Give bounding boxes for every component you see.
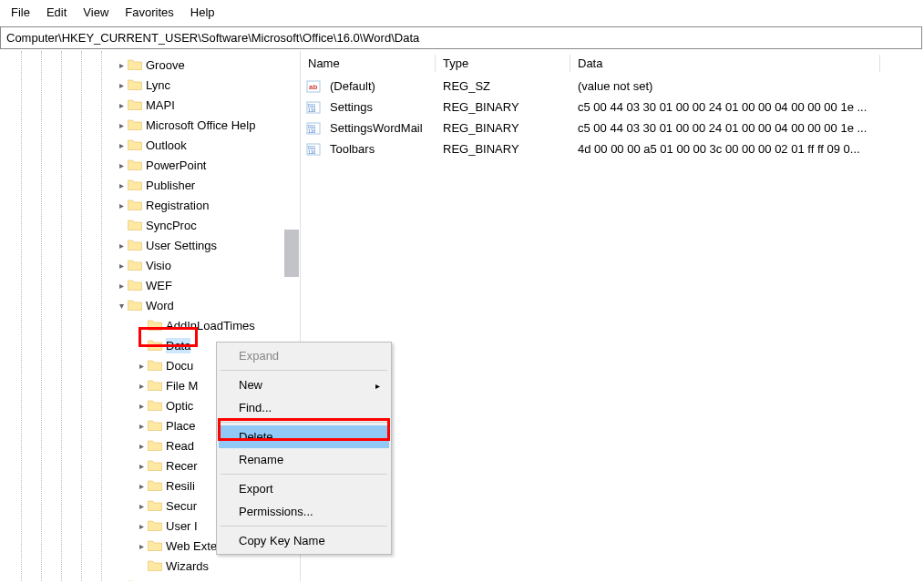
chevron-right-icon[interactable]: ▸ (115, 140, 128, 150)
context-menu-new[interactable]: New▸ (219, 373, 389, 396)
tree-label: Registration (146, 198, 209, 213)
folder-icon (128, 579, 142, 581)
tree-node-user-settings[interactable]: ▸User Settings (0, 235, 300, 255)
chevron-right-icon[interactable]: ▸ (135, 461, 148, 471)
tree-node-wizards[interactable]: ·Wizards (0, 556, 300, 576)
tree-node-lync[interactable]: ▸Lync (0, 75, 300, 95)
folder-icon (128, 118, 142, 131)
chevron-right-icon[interactable]: ▸ (135, 521, 148, 531)
chevron-right-icon[interactable]: ▸ (115, 240, 128, 251)
chevron-right-icon[interactable]: ▸ (115, 160, 128, 170)
tree-label: AddInLoadTimes (166, 318, 255, 333)
menubar: File Edit View Favorites Help (0, 0, 924, 25)
folder-icon (148, 439, 162, 452)
chevron-right-icon[interactable]: ▸ (115, 261, 128, 271)
value-row[interactable]: 011110SettingsWordMailREG_BINARYc5 00 44… (301, 118, 924, 138)
tree-label: User I (166, 518, 198, 534)
col-name[interactable]: Name (301, 51, 436, 76)
chevron-right-icon[interactable]: ▸ (135, 381, 148, 391)
tree-label: MAPI (146, 97, 175, 113)
folder-icon (148, 539, 162, 552)
context-menu-find-[interactable]: Find... (219, 396, 389, 419)
tree-node-powerpoint[interactable]: ▸PowerPoint (0, 155, 300, 175)
menu-view[interactable]: View (76, 4, 116, 21)
folder-icon (148, 379, 162, 392)
tree-node-syncproc[interactable]: ·SyncProc (0, 215, 300, 235)
context-menu-separator (221, 422, 387, 423)
scrollbar-thumb[interactable] (284, 230, 299, 277)
col-type[interactable]: Type (436, 51, 570, 76)
tree-node-registration[interactable]: ▸Registration (0, 195, 300, 215)
value-row[interactable]: ab(Default)REG_SZ(value not set) (301, 76, 924, 97)
tree-label: Secur (166, 498, 197, 514)
chevron-right-icon: · (135, 341, 148, 351)
folder-icon (128, 299, 142, 312)
folder-icon (148, 559, 162, 572)
chevron-right-icon[interactable]: ▸ (115, 120, 128, 130)
menu-edit[interactable]: Edit (39, 4, 74, 21)
folder-icon (148, 319, 162, 332)
chevron-down-icon[interactable]: ▾ (115, 301, 128, 311)
tree-node-publisher[interactable]: ▸Publisher (0, 175, 300, 195)
tree-node-outlook[interactable]: ▸Outlook (0, 135, 300, 155)
value-name: Toolbars (323, 142, 436, 156)
value-name: (Default) (323, 79, 436, 93)
context-menu-separator (221, 526, 387, 527)
menu-favorites[interactable]: Favorites (118, 4, 180, 21)
tree-label: Place (166, 418, 196, 434)
folder-icon (128, 78, 142, 91)
value-name: Settings (323, 100, 436, 114)
tree-label: WEF (146, 278, 172, 293)
chevron-right-icon[interactable]: ▸ (115, 100, 128, 110)
chevron-right-icon[interactable]: ▸ (135, 361, 148, 371)
context-menu-permissions-[interactable]: Permissions... (219, 500, 389, 523)
tree-node-8-0[interactable]: ·8.0 (0, 576, 300, 581)
tree-label: SyncProc (146, 218, 197, 233)
context-menu-delete[interactable]: Delete (219, 425, 389, 448)
tree-node-groove[interactable]: ▸Groove (0, 55, 300, 75)
value-data: 4d 00 00 00 a5 01 00 00 3c 00 00 00 02 0… (570, 142, 880, 156)
chevron-right-icon[interactable]: ▸ (135, 401, 148, 411)
tree-node-addinloadtimes[interactable]: ·AddInLoadTimes (0, 315, 300, 335)
menu-file[interactable]: File (4, 4, 37, 21)
value-row[interactable]: 011110SettingsREG_BINARYc5 00 44 03 30 0… (301, 97, 924, 118)
folder-icon (148, 339, 162, 352)
tree-label: Recer (166, 458, 198, 474)
chevron-right-icon[interactable]: ▸ (135, 441, 148, 451)
folder-icon (148, 359, 162, 372)
tree-label: Word (146, 298, 174, 313)
submenu-arrow-icon: ▸ (375, 380, 380, 390)
folder-icon (128, 179, 142, 191)
chevron-right-icon[interactable]: ▸ (115, 281, 128, 291)
tree-label: Microsoft Office Help (146, 118, 255, 133)
tree-node-wef[interactable]: ▸WEF (0, 275, 300, 295)
folder-icon (148, 519, 162, 532)
context-menu-expand: Expand (219, 344, 389, 367)
chevron-right-icon[interactable]: ▸ (135, 481, 148, 491)
address-bar[interactable]: Computer\HKEY_CURRENT_USER\Software\Micr… (0, 26, 922, 49)
menu-help[interactable]: Help (183, 4, 222, 21)
context-menu-copy-key-name[interactable]: Copy Key Name (219, 529, 389, 552)
context-menu-separator (221, 370, 387, 371)
tree-node-visio[interactable]: ▸Visio (0, 255, 300, 275)
chevron-right-icon[interactable]: ▸ (135, 501, 148, 511)
svg-text:110: 110 (308, 128, 316, 134)
folder-icon (148, 459, 162, 472)
chevron-right-icon[interactable]: ▸ (115, 200, 128, 210)
folder-icon (128, 98, 142, 111)
context-menu-rename[interactable]: Rename (219, 448, 389, 471)
tree-node-mapi[interactable]: ▸MAPI (0, 95, 300, 115)
context-menu-export[interactable]: Export (219, 477, 389, 500)
col-data[interactable]: Data (570, 51, 880, 76)
tree-label: 8.0 (146, 578, 162, 582)
chevron-right-icon[interactable]: ▸ (135, 421, 148, 431)
value-name: SettingsWordMail (323, 121, 436, 135)
chevron-right-icon[interactable]: ▸ (135, 541, 148, 551)
tree-node-word[interactable]: ▾Word (0, 295, 300, 315)
value-row[interactable]: 011110ToolbarsREG_BINARY4d 00 00 00 a5 0… (301, 138, 924, 159)
chevron-right-icon[interactable]: ▸ (115, 180, 128, 190)
tree-node-microsoft-office-help[interactable]: ▸Microsoft Office Help (0, 115, 300, 135)
tree-label: Visio (146, 258, 171, 273)
chevron-right-icon[interactable]: ▸ (115, 60, 128, 70)
chevron-right-icon[interactable]: ▸ (115, 80, 128, 90)
